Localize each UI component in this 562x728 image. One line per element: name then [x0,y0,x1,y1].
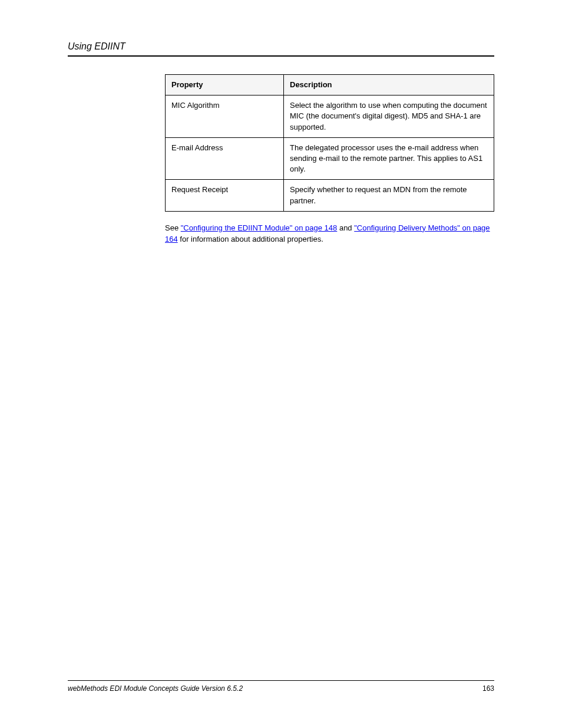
footer-page-number: 163 [482,684,494,693]
table-row: Request Receipt Specify whether to reque… [166,180,494,211]
footer-rule [68,680,494,681]
para-text-pre: See [165,223,181,232]
table-row: MIC Algorithm Select the algorithm to us… [166,95,494,138]
para-text-mid: and [337,223,354,232]
reference-paragraph: See "Configuring the EDIINT Module" on p… [165,222,494,245]
cell-property: Request Receipt [166,180,284,211]
page-header-title: Using EDIINT [68,41,494,52]
table-row: E-mail Address The delegated processor u… [166,137,494,180]
link-configuring-ediint[interactable]: "Configuring the EDIINT Module" on page … [181,223,338,232]
cell-property: E-mail Address [166,137,284,180]
properties-table: Property Description MIC Algorithm Selec… [165,74,494,212]
cell-description: Specify whether to request an MDN from t… [284,180,494,211]
para-text-post: for information about additional propert… [178,235,323,243]
cell-description: The delegated processor uses the e-mail … [284,137,494,180]
table-header-row: Property Description [166,75,494,95]
header-rule [68,55,494,57]
col-header-description: Description [284,75,494,95]
cell-description: Select the algorithm to use when computi… [284,95,494,138]
page-footer: webMethods EDI Module Concepts Guide Ver… [68,680,494,693]
cell-property: MIC Algorithm [166,95,284,138]
footer-doc-title: webMethods EDI Module Concepts Guide Ver… [68,684,243,693]
col-header-property: Property [166,75,284,95]
